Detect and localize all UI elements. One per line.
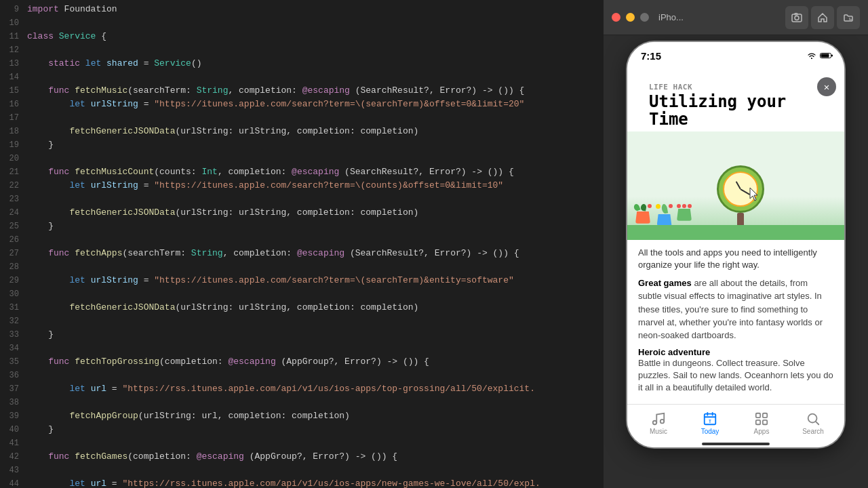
home-indicator bbox=[627, 442, 844, 447]
line-number: 24 bbox=[0, 206, 27, 220]
card-description: All the tools and apps you need to intel… bbox=[638, 247, 833, 271]
code-line: 38 bbox=[0, 396, 604, 409]
tab-today[interactable]: T Today bbox=[684, 411, 736, 435]
line-number: 22 bbox=[0, 179, 27, 192]
svg-point-1 bbox=[795, 16, 799, 20]
code-token: urlString bbox=[91, 99, 138, 109]
iphone-device: 7:15 bbox=[627, 42, 844, 447]
code-token: @escaping bbox=[292, 167, 344, 177]
line-number: 9 bbox=[0, 3, 27, 16]
code-token: fetchApps bbox=[75, 248, 122, 258]
simulator-panel: iPho... bbox=[604, 0, 868, 488]
code-token: String bbox=[191, 248, 223, 258]
code-token: @escaping bbox=[297, 248, 350, 258]
plant-leaves-1 bbox=[634, 204, 652, 211]
line-content: let url = "https://rss.itunes.apple.com/… bbox=[27, 382, 604, 396]
card-text-area: All the tools and apps you need to intel… bbox=[627, 240, 844, 404]
home-bar bbox=[702, 443, 770, 445]
card-illustration bbox=[627, 131, 844, 240]
code-line: 24 fetchGenericJSONData(urlString: urlSt… bbox=[0, 206, 604, 220]
line-number: 39 bbox=[0, 409, 27, 423]
music-tab-icon bbox=[651, 411, 666, 426]
pots-area bbox=[634, 204, 692, 226]
line-number: 37 bbox=[0, 382, 27, 396]
code-line: 30 bbox=[0, 287, 604, 301]
code-token: shared bbox=[106, 58, 138, 68]
battery-icon bbox=[820, 52, 833, 59]
heroic-section: Heroic adventure Battle in dungeons. Col… bbox=[638, 347, 833, 394]
clock-tree bbox=[717, 165, 764, 226]
home-button[interactable] bbox=[811, 6, 834, 29]
flower-1 bbox=[648, 204, 652, 208]
close-button[interactable] bbox=[612, 13, 620, 22]
code-token: @escaping bbox=[197, 451, 250, 462]
code-token: (AppGroup?, Error?) -> ()) { bbox=[281, 357, 429, 367]
screenshot-button[interactable] bbox=[785, 6, 808, 29]
svg-rect-16 bbox=[763, 420, 767, 424]
card-title: Utilizing your Time bbox=[649, 93, 823, 129]
line-number: 21 bbox=[0, 165, 27, 179]
line-content: import Foundation bbox=[27, 3, 604, 16]
category-label: LIFE HACK bbox=[649, 83, 823, 92]
maximize-button[interactable] bbox=[640, 13, 649, 22]
line-content: class Service { bbox=[27, 30, 604, 43]
code-token: "https://rss.itunes.apple.com/api/v1/us/… bbox=[122, 384, 535, 394]
code-line: 37 let url = "https://rss.itunes.apple.c… bbox=[0, 382, 604, 396]
code-token: fetchGames bbox=[75, 451, 127, 462]
code-token: @escaping bbox=[228, 357, 281, 367]
app-content[interactable]: LIFE HACK Utilizing your Time ✕ bbox=[627, 69, 844, 404]
line-number: 31 bbox=[0, 301, 27, 314]
tab-music[interactable]: Music bbox=[633, 411, 684, 435]
line-number: 23 bbox=[0, 192, 27, 206]
code-token: func bbox=[27, 248, 75, 258]
status-time: 7:15 bbox=[641, 50, 661, 62]
code-token: func bbox=[27, 357, 75, 367]
code-token: static bbox=[27, 58, 85, 68]
code-token: @escaping bbox=[302, 85, 355, 96]
code-token: func bbox=[27, 451, 75, 462]
tab-apps-label: Apps bbox=[754, 428, 770, 435]
code-line: 28 bbox=[0, 260, 604, 274]
tab-search-label: Search bbox=[802, 428, 824, 435]
line-number: 28 bbox=[0, 260, 27, 274]
line-number: 35 bbox=[0, 355, 27, 369]
code-token: let bbox=[27, 479, 91, 488]
line-number: 40 bbox=[0, 423, 27, 436]
line-content bbox=[27, 314, 604, 328]
code-token: let bbox=[27, 275, 91, 285]
code-line: 42 func fetchGames(completion: @escaping… bbox=[0, 450, 604, 464]
code-token: = bbox=[138, 275, 154, 285]
code-token: let bbox=[85, 58, 106, 68]
code-token: (AppGroup?, Error?) -> ()) { bbox=[250, 451, 397, 462]
close-card-button[interactable]: ✕ bbox=[817, 77, 836, 96]
code-token: (SearchResult?, Error?) -> ()) { bbox=[350, 248, 519, 258]
wifi-icon bbox=[807, 52, 816, 59]
code-token: import bbox=[27, 4, 64, 14]
code-line: 14 bbox=[0, 70, 604, 84]
line-number: 36 bbox=[0, 369, 27, 382]
tab-apps[interactable]: Apps bbox=[736, 411, 787, 435]
code-token: fetchGenericJSONData bbox=[27, 126, 175, 136]
code-token: (urlString: url, completion: completion) bbox=[138, 411, 350, 421]
line-number: 17 bbox=[0, 111, 27, 125]
code-token: Int bbox=[201, 167, 217, 177]
line-number: 25 bbox=[0, 220, 27, 233]
code-line: 13 static let shared = Service() bbox=[0, 57, 604, 70]
clock-head bbox=[717, 165, 764, 213]
code-line: 10 bbox=[0, 16, 604, 30]
minimize-button[interactable] bbox=[626, 13, 635, 22]
line-content: func fetchMusic(searchTerm: String, comp… bbox=[27, 84, 604, 98]
tab-search[interactable]: Search bbox=[787, 411, 839, 435]
folder-button[interactable] bbox=[837, 6, 860, 29]
today-tab-icon: T bbox=[703, 411, 717, 426]
code-token: "https://itunes.apple.com/search?term=\(… bbox=[154, 180, 503, 190]
code-line: 21 func fetchMusicCount(counts: Int, com… bbox=[0, 165, 604, 179]
line-content: func fetchGames(completion: @escaping (A… bbox=[27, 450, 604, 464]
flower-5 bbox=[682, 204, 686, 208]
flower-4 bbox=[677, 204, 681, 208]
code-editor[interactable]: 9import Foundation10 11class Service {12… bbox=[0, 0, 604, 488]
flower-6 bbox=[688, 204, 692, 208]
code-token: (completion: bbox=[159, 357, 228, 367]
line-content bbox=[27, 287, 604, 301]
code-line: 20 bbox=[0, 152, 604, 165]
